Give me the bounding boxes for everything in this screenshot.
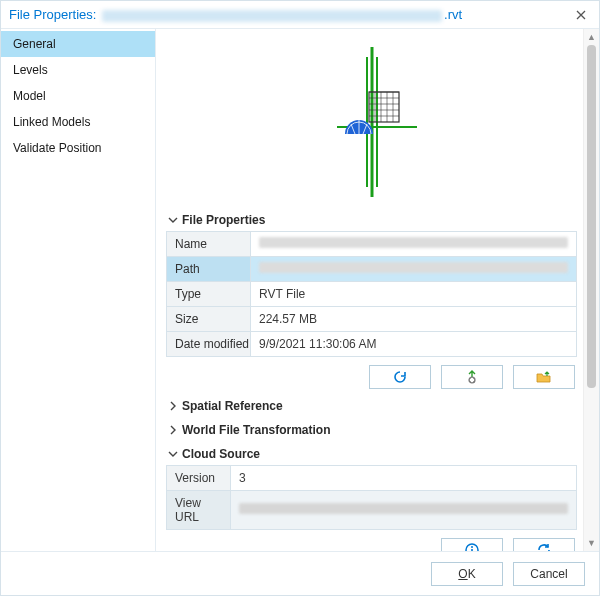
sync-icon: [536, 542, 552, 551]
prop-label: Size: [167, 307, 251, 332]
section-title: Spatial Reference: [182, 399, 283, 413]
folder-open-icon: [536, 369, 552, 385]
scroll-up-arrow[interactable]: ▲: [584, 29, 599, 45]
file-properties-dialog: File Properties: .rvt General Levels Mod…: [0, 0, 600, 596]
section-title: File Properties: [182, 213, 265, 227]
main-content: File Properties Name Path Type RVT File: [156, 29, 583, 551]
ok-label: OK: [458, 567, 475, 581]
cancel-label: Cancel: [530, 567, 567, 581]
refresh-icon: [392, 369, 408, 385]
sidebar-item-levels[interactable]: Levels: [1, 57, 155, 83]
sidebar-item-model[interactable]: Model: [1, 83, 155, 109]
sidebar-item-label: Linked Models: [13, 115, 90, 129]
chevron-right-icon: [168, 401, 178, 411]
refresh-button[interactable]: [369, 365, 431, 389]
prop-value-version: 3: [231, 466, 577, 491]
section-spatial-reference-header[interactable]: Spatial Reference: [166, 393, 577, 417]
row-version: Version 3: [167, 466, 577, 491]
chevron-right-icon: [168, 425, 178, 435]
export-button[interactable]: [441, 365, 503, 389]
prop-label: Version: [167, 466, 231, 491]
sidebar-item-label: General: [13, 37, 56, 51]
row-type: Type RVT File: [167, 282, 577, 307]
redacted-text: [259, 237, 568, 248]
row-date: Date modified 9/9/2021 11:30:06 AM: [167, 332, 577, 357]
section-title: Cloud Source: [182, 447, 260, 461]
section-file-properties-header[interactable]: File Properties: [166, 207, 577, 231]
chevron-down-icon: [168, 215, 178, 225]
prop-label: View URL: [167, 491, 231, 530]
sidebar-item-linked-models[interactable]: Linked Models: [1, 109, 155, 135]
prop-value-path: [251, 257, 577, 282]
section-cloud-source-header[interactable]: Cloud Source: [166, 441, 577, 465]
row-name: Name: [167, 232, 577, 257]
svg-point-7: [471, 546, 473, 548]
titlebar: File Properties: .rvt: [1, 1, 599, 29]
prop-value-name: [251, 232, 577, 257]
ok-button[interactable]: OK: [431, 562, 503, 586]
file-properties-table: Name Path Type RVT File Size 224.57 MB: [166, 231, 577, 357]
prop-label: Path: [167, 257, 251, 282]
row-path[interactable]: Path: [167, 257, 577, 282]
section-world-file-header[interactable]: World File Transformation: [166, 417, 577, 441]
scroll-thumb[interactable]: [587, 45, 596, 388]
prop-value-view-url: [231, 491, 577, 530]
row-view-url: View URL: [167, 491, 577, 530]
info-icon: [464, 542, 480, 551]
export-gear-icon: [464, 369, 480, 385]
title-suffix: .rvt: [444, 7, 462, 22]
sidebar-item-validate-position[interactable]: Validate Position: [1, 135, 155, 161]
prop-label: Type: [167, 282, 251, 307]
close-icon: [576, 10, 586, 20]
sidebar-item-general[interactable]: General: [1, 31, 155, 57]
prop-value-date: 9/9/2021 11:30:06 AM: [251, 332, 577, 357]
sync-button[interactable]: [513, 538, 575, 551]
prop-value-size: 224.57 MB: [251, 307, 577, 332]
cloud-button-row: [166, 538, 575, 551]
file-props-button-row: [166, 365, 575, 389]
cancel-button[interactable]: Cancel: [513, 562, 585, 586]
row-size: Size 224.57 MB: [167, 307, 577, 332]
sidebar-item-label: Model: [13, 89, 46, 103]
file-preview: [166, 37, 577, 207]
prop-value-type: RVT File: [251, 282, 577, 307]
chevron-down-icon: [168, 449, 178, 459]
preview-thumbnail: [307, 42, 437, 202]
redacted-text: [239, 503, 568, 514]
dialog-footer: OK Cancel: [1, 551, 599, 595]
title-redacted: [102, 10, 442, 22]
cloud-source-table: Version 3 View URL: [166, 465, 577, 530]
dialog-body: General Levels Model Linked Models Valid…: [1, 29, 599, 551]
open-folder-button[interactable]: [513, 365, 575, 389]
section-title: World File Transformation: [182, 423, 330, 437]
main-panel: File Properties Name Path Type RVT File: [156, 29, 599, 551]
svg-rect-8: [471, 549, 473, 551]
redacted-text: [259, 262, 568, 273]
vertical-scrollbar[interactable]: ▲ ▼: [583, 29, 599, 551]
prop-label: Name: [167, 232, 251, 257]
sidebar-item-label: Levels: [13, 63, 48, 77]
scroll-down-arrow[interactable]: ▼: [584, 535, 599, 551]
sidebar: General Levels Model Linked Models Valid…: [1, 29, 156, 551]
prop-label: Date modified: [167, 332, 251, 357]
close-button[interactable]: [571, 5, 591, 25]
info-button[interactable]: [441, 538, 503, 551]
dialog-title: File Properties: .rvt: [9, 7, 462, 22]
sidebar-item-label: Validate Position: [13, 141, 102, 155]
title-prefix: File Properties:: [9, 7, 100, 22]
scroll-track[interactable]: [584, 45, 599, 535]
